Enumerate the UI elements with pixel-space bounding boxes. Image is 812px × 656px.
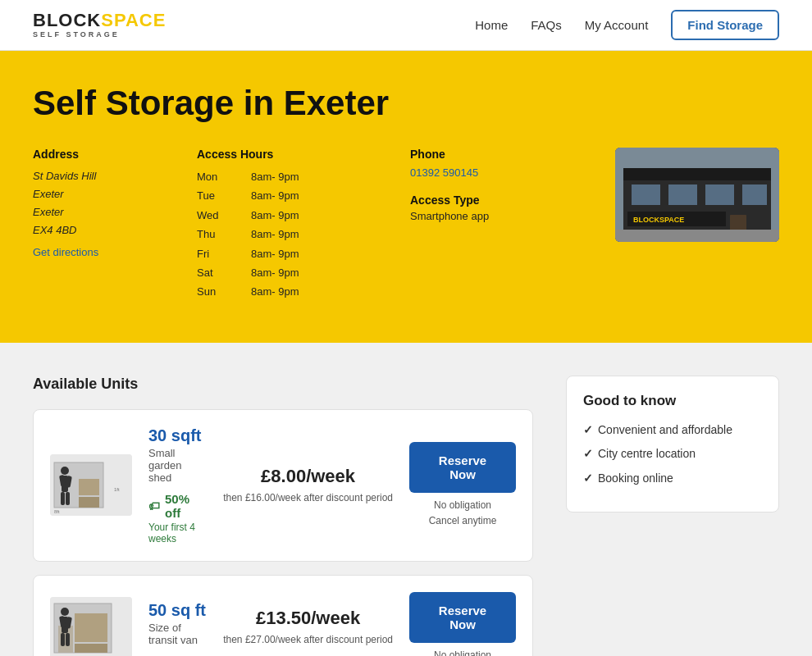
price-main-50sqft: £13.50/week: [223, 608, 393, 629]
unit-size-50sqft: 50 sq ft: [148, 601, 207, 620]
address-line4: EX4 4BD: [33, 224, 76, 236]
logo-sub-text: SELF STORAGE: [33, 31, 166, 39]
hours-row-sat: Sat 8am- 9pm: [197, 263, 377, 282]
svg-rect-20: [66, 492, 70, 505]
svg-rect-26: [75, 644, 107, 653]
unit-size-30sqft: 30 sqft: [148, 426, 207, 445]
nav-faqs[interactable]: FAQs: [531, 18, 562, 32]
address-block: Address St Davids Hill Exeter Exeter EX4…: [33, 148, 164, 258]
address-line2: Exeter: [33, 188, 64, 200]
find-storage-button[interactable]: Find Storage: [671, 10, 779, 40]
hero-section: Self Storage in Exeter Address St Davids…: [0, 51, 812, 343]
tag-icon-30sqft: 🏷: [148, 499, 160, 512]
discount-pct-30sqft: 50% off: [165, 492, 207, 520]
svg-text:1ft: 1ft: [114, 487, 120, 492]
good-item-3: ✓ Booking online: [583, 471, 762, 487]
nav-my-account[interactable]: My Account: [585, 18, 649, 32]
discount-badge-30sqft: 🏷 50% off: [148, 492, 207, 520]
unit-image-50sqft: [50, 597, 132, 656]
nav-home[interactable]: Home: [475, 18, 508, 32]
svg-rect-13: [79, 479, 99, 495]
cancel-anytime-30sqft: Cancel anytime: [429, 515, 497, 526]
svg-text:8ft: 8ft: [54, 509, 60, 514]
unit-thumbnail-50: [50, 597, 132, 656]
price-after-30sqft: then £16.00/week after discount period: [223, 490, 393, 505]
reserve-button-30sqft[interactable]: Reserve Now: [409, 442, 516, 493]
price-main-30sqft: £8.00/week: [223, 466, 393, 487]
pricing-block-30sqft: £8.00/week then £16.00/week after discou…: [223, 466, 393, 505]
phone-access-block: Phone 01392 590145 Access Type Smartphon…: [410, 148, 558, 222]
check-icon-1: ✓: [583, 422, 593, 439]
main-content: Available Units: [0, 343, 812, 656]
svg-rect-19: [61, 492, 65, 505]
main-nav: Home FAQs My Account Find Storage: [475, 10, 779, 40]
access-type-label: Access Type: [410, 194, 558, 207]
access-hours-block: Access Hours Mon 8am- 9pm Tue 8am- 9pm W…: [197, 148, 377, 302]
reserve-block-30sqft: Reserve Now No obligation Cancel anytime: [409, 442, 516, 529]
page-title: Self Storage in Exeter: [33, 84, 779, 123]
pricing-block-50sqft: £13.50/week then £27.00/week after disco…: [223, 608, 393, 647]
svg-rect-4: [668, 184, 697, 205]
good-item-2-text: City centre location: [598, 446, 696, 462]
address-line3: Exeter: [33, 206, 64, 218]
address-label: Address: [33, 148, 164, 161]
hours-row-wed: Wed 8am- 9pm: [197, 206, 377, 225]
svg-rect-10: [615, 230, 779, 242]
svg-rect-2: [623, 168, 771, 180]
logo-block-text: BLOCK: [33, 10, 101, 30]
unit-info-50sqft: 50 sq ft Size of transit van: [148, 601, 207, 654]
good-to-know-title: Good to know: [583, 393, 762, 409]
hours-row-sun: Sun 8am- 9pm: [197, 282, 377, 301]
svg-point-15: [61, 467, 69, 475]
access-type-value: Smartphone app: [410, 210, 558, 222]
svg-rect-5: [705, 184, 734, 205]
check-icon-3: ✓: [583, 471, 593, 487]
building-svg: BLOCKSPACE: [615, 148, 779, 242]
good-to-know-box: Good to know ✓ Convenient and affordable…: [566, 376, 779, 512]
location-photo: BLOCKSPACE: [615, 148, 779, 242]
units-section: Available Units: [33, 376, 533, 656]
no-obligation-30sqft: No obligation: [434, 499, 491, 511]
phone-label: Phone: [410, 148, 558, 161]
svg-rect-6: [742, 184, 767, 205]
svg-rect-14: [79, 497, 99, 508]
sidebar: Good to know ✓ Convenient and affordable…: [566, 376, 779, 656]
hours-row-thu: Thu 8am- 9pm: [197, 225, 377, 244]
svg-rect-33: [66, 633, 70, 646]
access-hours-label: Access Hours: [197, 148, 377, 161]
address-line1: St Davids Hill: [33, 170, 96, 182]
svg-point-28: [61, 608, 69, 616]
hours-table: Mon 8am- 9pm Tue 8am- 9pm Wed 8am- 9pm T…: [197, 167, 377, 302]
no-obligation-50sqft: No obligation: [434, 649, 491, 656]
hours-row-fri: Fri 8am- 9pm: [197, 244, 377, 263]
svg-rect-32: [61, 633, 65, 646]
check-icon-2: ✓: [583, 446, 593, 462]
svg-rect-3: [632, 184, 660, 205]
available-units-title: Available Units: [33, 376, 533, 393]
unit-image-30sqft: 8ft 1ft: [50, 454, 132, 516]
unit-info-30sqft: 30 sqft Small garden shed 🏷 50% off Your…: [148, 426, 207, 544]
svg-text:BLOCKSPACE: BLOCKSPACE: [633, 216, 684, 224]
phone-number[interactable]: 01392 590145: [410, 166, 478, 179]
reserve-button-50sqft[interactable]: Reserve Now: [409, 592, 516, 643]
hours-row-mon: Mon 8am- 9pm: [197, 167, 377, 186]
logo-space-text: SPACE: [101, 10, 166, 30]
hours-row-tue: Tue 8am- 9pm: [197, 186, 377, 205]
reserve-block-50sqft: Reserve Now No obligation: [409, 592, 516, 656]
unit-card-30sqft: 8ft 1ft 30 sqft Small garden shed 🏷 50% …: [33, 409, 533, 562]
discount-period-30sqft: Your first 4 weeks: [148, 522, 207, 544]
unit-desc-50sqft: Size of transit van: [148, 622, 207, 646]
good-item-2: ✓ City centre location: [583, 446, 762, 462]
good-item-1-text: Convenient and affordable: [598, 422, 732, 439]
unit-card-50sqft: 50 sq ft Size of transit van £13.50/week…: [33, 575, 533, 656]
get-directions-link[interactable]: Get directions: [33, 246, 98, 258]
unit-desc-30sqft: Small garden shed: [148, 447, 207, 484]
unit-thumbnail-30: 8ft 1ft: [50, 454, 132, 516]
svg-rect-25: [75, 613, 107, 642]
good-item-1: ✓ Convenient and affordable: [583, 422, 762, 439]
price-after-50sqft: then £27.00/week after discount period: [223, 632, 393, 647]
logo: BLOCKSPACE SELF STORAGE: [33, 11, 166, 39]
header: BLOCKSPACE SELF STORAGE Home FAQs My Acc…: [0, 0, 812, 51]
good-item-3-text: Booking online: [598, 471, 673, 487]
